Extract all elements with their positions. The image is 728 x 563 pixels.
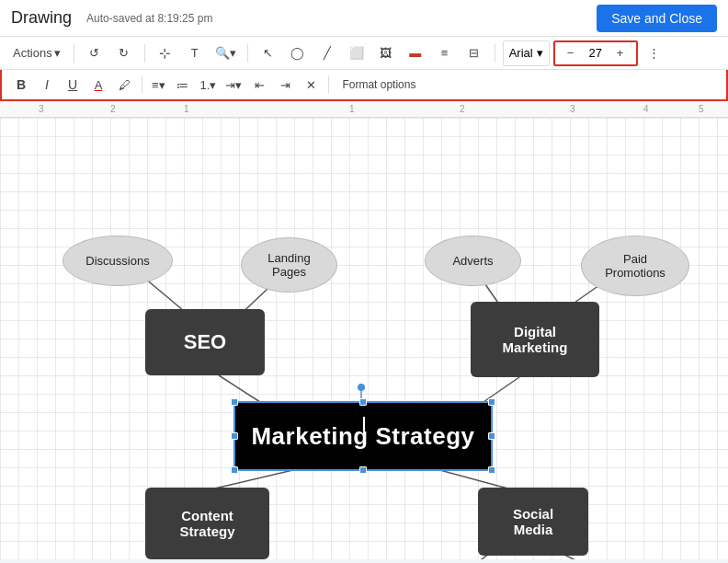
shape-outline-tool[interactable]: ⬜: [344, 40, 370, 66]
handle-tr: [488, 398, 495, 406]
bold-button[interactable]: B: [9, 73, 33, 97]
font-selector[interactable]: Arial ▾: [503, 40, 550, 66]
handle-mr: [488, 432, 495, 440]
line-tool[interactable]: ╱: [314, 40, 340, 66]
separator2: [144, 44, 145, 63]
discussions-label: Discussions: [85, 254, 149, 268]
highlight-tool[interactable]: ▬: [403, 40, 428, 66]
shapes-tool[interactable]: ◯: [285, 40, 311, 66]
clear-format-button[interactable]: ✕: [299, 73, 323, 97]
seo-label: SEO: [184, 330, 226, 354]
adverts-label: Adverts: [452, 254, 493, 268]
handle-bl: [231, 466, 238, 474]
seo-node: SEO: [145, 309, 265, 375]
digital-marketing-node: Digital Marketing: [471, 302, 599, 377]
content-strategy-label: Content Strategy: [179, 508, 234, 539]
underline-button[interactable]: U: [61, 73, 85, 97]
font-size-controls: − 27 +: [553, 40, 638, 66]
connectors: [0, 118, 728, 559]
font-chevron-icon: ▾: [537, 46, 543, 60]
handle-tl: [231, 398, 238, 406]
undo-button[interactable]: ↺: [82, 40, 108, 66]
indent-button[interactable]: ⇥▾: [222, 73, 245, 97]
actions-chevron-icon: ▾: [54, 46, 61, 60]
text-cursor: [363, 417, 365, 444]
handle-br: [488, 466, 495, 474]
landing-pages-label: Landing Pages: [267, 251, 310, 279]
numbered-list-button[interactable]: 1.▾: [197, 73, 221, 97]
social-media-node: Social Media: [478, 488, 588, 556]
text-tool-button[interactable]: T: [182, 40, 208, 66]
top-bar-left: Drawing Auto-saved at 8:19:25 pm: [11, 8, 212, 28]
separator6: [328, 75, 329, 94]
top-bar: Drawing Auto-saved at 8:19:25 pm Save an…: [0, 0, 728, 37]
actions-label: Actions: [13, 46, 52, 60]
social-media-label: Social Media: [513, 506, 553, 537]
font-size-decrease[interactable]: −: [559, 41, 583, 65]
content-strategy-node: Content Strategy: [145, 488, 269, 559]
paid-promotions-node: Paid Promotions: [581, 236, 689, 296]
actions-dropdown[interactable]: Actions ▾: [7, 40, 66, 66]
italic-button[interactable]: I: [35, 73, 59, 97]
image-tool[interactable]: 🖼: [373, 40, 399, 66]
paid-promotions-label: Paid Promotions: [605, 252, 665, 280]
zoom-button[interactable]: 🔍▾: [211, 40, 240, 66]
separator3: [247, 44, 248, 63]
toolbar1: Actions ▾ ↺ ↻ ⊹ T 🔍▾ ↖ ◯ ╱ ⬜ 🖼 ▬ ≡ ⊟ Ari…: [0, 37, 728, 70]
toolbar2: B I U A 🖊 ≡▾ ≔ 1.▾ ⇥▾ ⇤ ⇥ ✕ Format optio…: [2, 70, 726, 99]
bullet-list-button[interactable]: ≔: [171, 73, 195, 97]
highlight-color-button[interactable]: 🖊: [112, 73, 136, 97]
line-style-tool[interactable]: ≡: [432, 40, 458, 66]
svg-point-13: [358, 384, 365, 391]
font-size-increase[interactable]: +: [609, 41, 632, 65]
cursor-tool[interactable]: ↖: [256, 40, 281, 66]
select-tool-button[interactable]: ⊹: [153, 40, 178, 66]
ruler: 3 2 1 1 2 3 4 5: [0, 101, 728, 118]
canvas-area: Discussions Landing Pages Adverts Paid P…: [0, 118, 728, 559]
line-weight-tool[interactable]: ⊟: [461, 40, 487, 66]
redo-button[interactable]: ↻: [111, 40, 137, 66]
handle-bm: [359, 466, 367, 474]
font-color-button[interactable]: A: [86, 73, 110, 97]
separator4: [495, 44, 495, 63]
separator1: [74, 44, 74, 63]
indent-right-button[interactable]: ⇥: [273, 73, 297, 97]
save-close-button[interactable]: Save and Close: [597, 5, 717, 32]
handle-ml: [231, 432, 238, 440]
discussions-node: Discussions: [63, 236, 173, 286]
format-options-button[interactable]: Format options: [335, 76, 423, 93]
font-name: Arial: [509, 46, 533, 60]
align-button[interactable]: ≡▾: [148, 73, 169, 97]
adverts-node: Adverts: [425, 236, 521, 286]
digital-marketing-label: Digital Marketing: [503, 324, 568, 355]
more-options-button[interactable]: ⋮: [642, 40, 667, 66]
app-title: Drawing: [11, 8, 72, 28]
auto-saved-label: Auto-saved at 8:19:25 pm: [86, 12, 212, 25]
landing-pages-node: Landing Pages: [241, 237, 337, 293]
indent-left-button[interactable]: ⇤: [247, 73, 271, 97]
font-size-value: 27: [585, 46, 607, 60]
handle-tm: [359, 398, 367, 406]
separator5: [142, 75, 142, 94]
